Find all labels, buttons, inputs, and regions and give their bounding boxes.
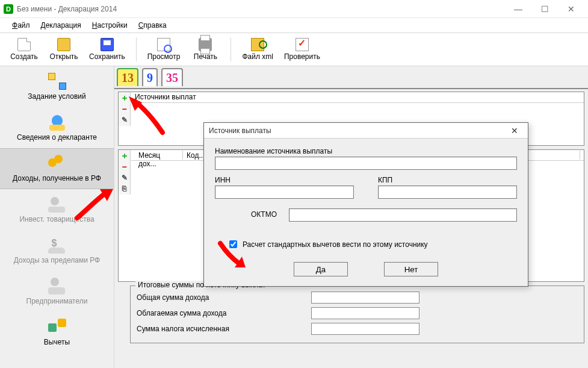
menu-file[interactable]: Файл [7, 20, 35, 31]
declarant-icon [48, 114, 66, 131]
save-icon [101, 38, 114, 51]
close-button[interactable]: ✕ [558, 1, 584, 17]
entrepreneur-icon [48, 278, 66, 295]
inn-label: ИНН [215, 176, 354, 184]
yes-button[interactable]: Да [294, 262, 348, 276]
copy-month-button[interactable]: ⎘ [120, 184, 129, 193]
sidebar-item-conditions[interactable]: Задание условий [0, 66, 114, 107]
sidebar-item-income-rf[interactable]: Доходы, полученные в РФ [0, 148, 114, 189]
preview-button[interactable]: Просмотр [144, 35, 184, 64]
menu-declaration[interactable]: Декларация [36, 20, 86, 31]
sidebar-item-entrepreneurs[interactable]: Предприниматели [0, 271, 114, 312]
minimize-button[interactable]: — [505, 1, 531, 17]
name-input[interactable] [215, 157, 517, 170]
new-file-icon [17, 38, 31, 51]
no-button[interactable]: Нет [384, 262, 438, 276]
oktmo-label: ОКТМО [251, 210, 277, 219]
menu-bar: Файл Декларация Настройки Справка [0, 18, 588, 33]
tax-calculated-input[interactable] [311, 323, 419, 335]
toolbar-separator [231, 37, 231, 61]
window-title: Без имени - Декларация 2014 [17, 5, 505, 13]
money-bag-icon [48, 237, 66, 254]
oktmo-input[interactable] [289, 208, 517, 222]
std-deduction-checkbox[interactable] [229, 240, 237, 248]
invest-icon [48, 196, 66, 213]
sidebar-item-deductions[interactable]: Вычеты [0, 312, 114, 353]
title-bar: D Без имени - Декларация 2014 — ☐ ✕ [0, 0, 588, 18]
sources-toolbar: ＋ − ✎ [119, 92, 131, 126]
total-income-label: Общая сумма дохода [137, 293, 305, 302]
std-deduction-label: Расчет стандартных вычетов вести по этом… [243, 240, 428, 249]
dialog-titlebar[interactable]: Источник выплаты ✕ [204, 123, 528, 139]
new-button[interactable]: Создать [6, 35, 42, 64]
coins-icon [48, 155, 66, 172]
maximize-button[interactable]: ☐ [531, 1, 558, 17]
save-button[interactable]: Сохранить [85, 35, 129, 64]
edit-month-button[interactable]: ✎ [120, 173, 129, 182]
print-icon [199, 38, 212, 51]
app-icon: D [4, 4, 13, 14]
total-income-input[interactable] [311, 292, 419, 304]
open-button[interactable]: Открыть [46, 35, 82, 64]
remove-month-button[interactable]: − [120, 162, 129, 172]
kpp-label: КПП [378, 176, 517, 184]
menu-settings[interactable]: Настройки [87, 20, 132, 31]
menu-help[interactable]: Справка [134, 20, 172, 31]
edit-source-button[interactable]: ✎ [120, 115, 129, 125]
deductions-icon [48, 319, 66, 335]
check-button[interactable]: Проверить [280, 35, 324, 64]
rate-tab-9[interactable]: 9 [142, 68, 158, 86]
rate-tab-13[interactable]: 13 [117, 68, 138, 86]
xml-button[interactable]: Файл xml [238, 35, 277, 64]
taxable-income-label: Облагаемая сумма дохода [137, 309, 305, 317]
preview-icon [157, 38, 170, 51]
dialog-close-button[interactable]: ✕ [506, 126, 523, 136]
toolbar-separator [136, 37, 137, 61]
remove-source-button[interactable]: − [120, 104, 129, 114]
toolbar: Создать Открыть Сохранить Просмотр Печат… [0, 33, 588, 66]
sidebar-item-abroad[interactable]: Доходы за пределами РФ [0, 230, 114, 271]
col-month: Месяц дох... [135, 151, 183, 160]
totals-group: Итоговые суммы по источнику выплат Общая… [130, 285, 584, 343]
sidebar-item-declarant[interactable]: Сведения о декларанте [0, 107, 114, 148]
conditions-icon [48, 73, 66, 90]
sidebar-item-invest[interactable]: Инвест. товарищества [0, 189, 114, 230]
sidebar: Задание условий Сведения о декларанте До… [0, 66, 114, 368]
xml-icon [251, 38, 264, 51]
add-month-button[interactable]: ＋ [120, 151, 129, 161]
check-icon [296, 38, 309, 51]
add-source-button[interactable]: ＋ [120, 93, 129, 103]
rate-tabs: 13 9 35 [114, 66, 588, 89]
taxable-income-input[interactable] [311, 307, 419, 319]
sources-header: Источники выплат [131, 92, 584, 103]
kpp-input[interactable] [378, 186, 517, 199]
dialog-title: Источник выплаты [209, 126, 506, 135]
tax-calculated-label: Сумма налога исчисленная [137, 325, 305, 333]
folder-open-icon [57, 38, 70, 51]
months-toolbar: ＋ − ✎ ⎘ [119, 150, 131, 195]
name-label: Наименование источника выплаты [215, 147, 517, 155]
inn-input[interactable] [215, 186, 354, 199]
source-dialog: Источник выплаты ✕ Наименование источник… [203, 122, 528, 287]
print-button[interactable]: Печать [187, 35, 223, 64]
rate-tab-35[interactable]: 35 [161, 68, 183, 86]
